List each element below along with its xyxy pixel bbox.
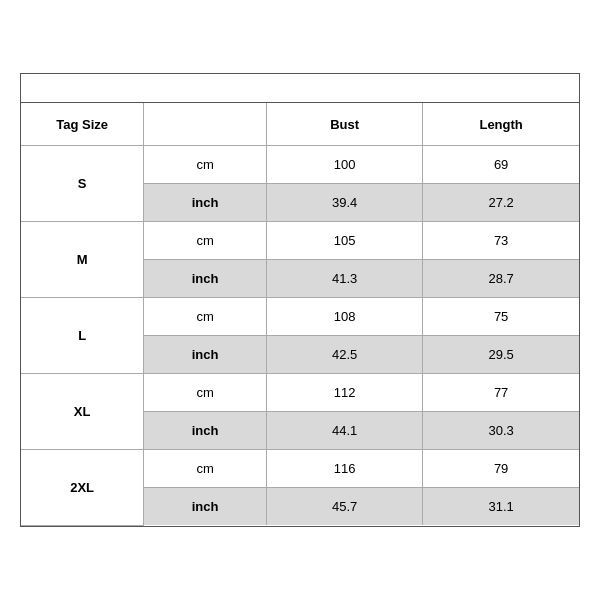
unit-inch-M: inch	[144, 259, 267, 297]
unit-cm-XL: cm	[144, 373, 267, 411]
unit-cm-L: cm	[144, 297, 267, 335]
unit-cm-S: cm	[144, 145, 267, 183]
size-table: Tag Size Bust Length S cm 100 69 inch 39…	[21, 103, 579, 526]
unit-cm-2XL: cm	[144, 449, 267, 487]
header-bust: Bust	[267, 103, 423, 145]
bust-cm-L: 108	[267, 297, 423, 335]
length-inch-M: 28.7	[423, 259, 579, 297]
length-cm-S: 69	[423, 145, 579, 183]
unit-inch-XL: inch	[144, 411, 267, 449]
length-inch-XL: 30.3	[423, 411, 579, 449]
size-chart-container: Tag Size Bust Length S cm 100 69 inch 39…	[20, 73, 580, 527]
length-cm-XL: 77	[423, 373, 579, 411]
unit-inch-2XL: inch	[144, 487, 267, 525]
bust-inch-XL: 44.1	[267, 411, 423, 449]
header-unit-empty	[144, 103, 267, 145]
length-inch-2XL: 31.1	[423, 487, 579, 525]
length-cm-L: 75	[423, 297, 579, 335]
bust-inch-M: 41.3	[267, 259, 423, 297]
tag-cell-M: M	[21, 221, 144, 297]
bust-cm-2XL: 116	[267, 449, 423, 487]
tag-cell-XL: XL	[21, 373, 144, 449]
chart-title	[21, 74, 579, 103]
bust-cm-S: 100	[267, 145, 423, 183]
length-inch-S: 27.2	[423, 183, 579, 221]
unit-cm-M: cm	[144, 221, 267, 259]
tag-cell-S: S	[21, 145, 144, 221]
bust-inch-2XL: 45.7	[267, 487, 423, 525]
bust-inch-S: 39.4	[267, 183, 423, 221]
length-cm-M: 73	[423, 221, 579, 259]
bust-inch-L: 42.5	[267, 335, 423, 373]
tag-cell-L: L	[21, 297, 144, 373]
length-cm-2XL: 79	[423, 449, 579, 487]
header-tag: Tag Size	[21, 103, 144, 145]
bust-cm-M: 105	[267, 221, 423, 259]
unit-inch-L: inch	[144, 335, 267, 373]
bust-cm-XL: 112	[267, 373, 423, 411]
length-inch-L: 29.5	[423, 335, 579, 373]
tag-cell-2XL: 2XL	[21, 449, 144, 525]
unit-inch-S: inch	[144, 183, 267, 221]
header-length: Length	[423, 103, 579, 145]
